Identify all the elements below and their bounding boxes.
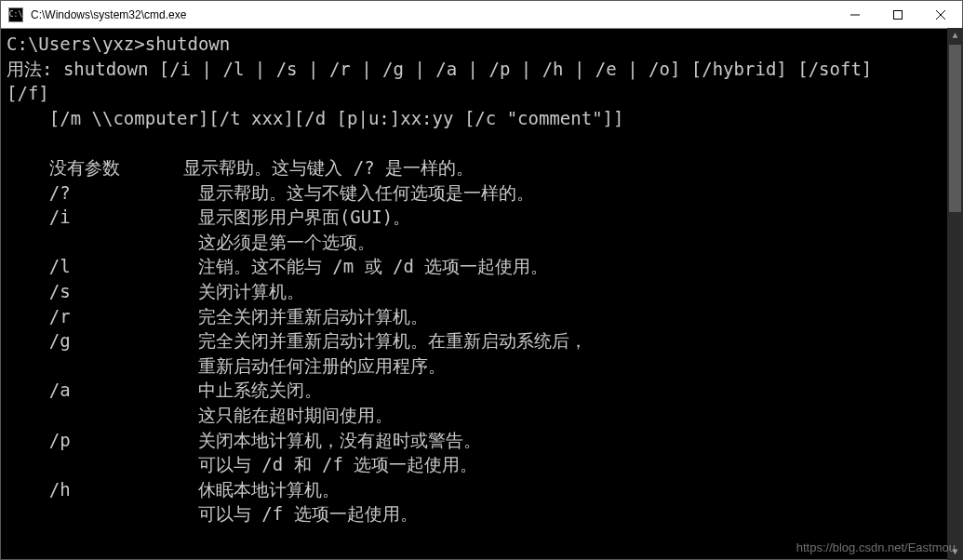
cmd-window: C:\ C:\Windows\system32\cmd.exe C:\Users… bbox=[0, 0, 963, 560]
app-icon: C:\ bbox=[8, 7, 23, 22]
scroll-up-arrow[interactable]: ▲ bbox=[947, 28, 963, 44]
options-list: 没有参数 显示帮助。这与键入 /? 是一样的。 /? 显示帮助。这与不键入任何选… bbox=[7, 157, 587, 524]
terminal-output[interactable]: C:\Users\yxz>shutdown 用法: shutdown [/i |… bbox=[1, 29, 962, 559]
prompt: C:\Users\yxz> bbox=[7, 33, 145, 54]
window-controls bbox=[834, 1, 962, 28]
maximize-icon bbox=[893, 10, 903, 20]
usage-line: [/m \\computer][/t xxx][/d [p|u:]xx:yy [… bbox=[7, 108, 623, 128]
close-icon bbox=[936, 10, 945, 20]
watermark: https://blog.csdn.net/Eastmou bbox=[796, 540, 956, 554]
window-title: C:\Windows\system32\cmd.exe bbox=[29, 8, 834, 21]
minimize-icon bbox=[850, 10, 860, 20]
titlebar[interactable]: C:\ C:\Windows\system32\cmd.exe bbox=[1, 1, 962, 29]
usage-line: [/f] bbox=[7, 83, 49, 103]
maximize-button[interactable] bbox=[876, 1, 919, 28]
minimize-button[interactable] bbox=[834, 1, 876, 28]
close-button[interactable] bbox=[919, 1, 962, 28]
entered-command: shutdown bbox=[145, 33, 231, 54]
usage-line: 用法: shutdown [/i | /l | /s | /r | /g | /… bbox=[7, 59, 872, 79]
vertical-scrollbar[interactable]: ▲ ▼ bbox=[947, 28, 963, 560]
svg-rect-1 bbox=[894, 10, 903, 19]
scrollbar-thumb[interactable] bbox=[949, 45, 961, 212]
